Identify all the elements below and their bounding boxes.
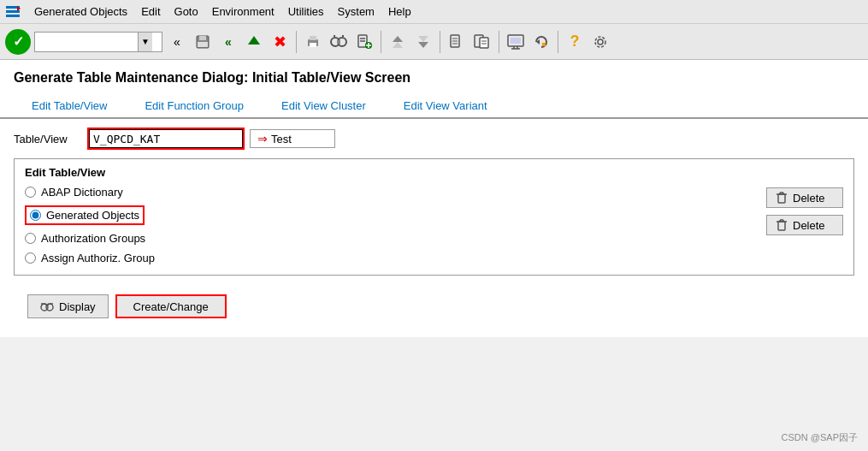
tab-bar: Edit Table/View Edit Function Group Edit…	[0, 92, 868, 119]
test-area: ⇒ Test	[250, 129, 335, 148]
svg-rect-2	[6, 15, 20, 17]
delete-label-1: Delete	[793, 192, 825, 205]
find-button[interactable]	[328, 31, 350, 53]
menu-item-utilities[interactable]: Utilities	[288, 5, 324, 18]
radio-authorization-groups[interactable]	[25, 233, 36, 244]
move-up-button[interactable]	[387, 31, 409, 53]
refresh-button[interactable]	[530, 31, 552, 53]
page-title: Generate Table Maintenance Dialog: Initi…	[0, 60, 868, 92]
form-area: Table/View ⇒ Test Edit Table/View ABAP D…	[0, 119, 868, 337]
page-plus-button[interactable]	[353, 31, 375, 53]
tab-edit-view-cluster[interactable]: Edit View Cluster	[263, 93, 384, 118]
separator-1	[296, 31, 297, 53]
tab-edit-table-view[interactable]: Edit Table/View	[14, 93, 125, 118]
svg-point-41	[598, 39, 603, 45]
bottom-buttons: Display Create/Change	[14, 286, 854, 327]
command-dropdown[interactable]: ▼	[34, 32, 162, 52]
menu-item-edit[interactable]: Edit	[141, 5, 160, 18]
svg-rect-5	[199, 36, 206, 40]
test-label: Test	[271, 133, 292, 145]
svg-marker-25	[418, 36, 428, 42]
radio-row-generated-objects: Generated Objects	[25, 205, 155, 225]
svg-rect-6	[198, 42, 208, 47]
trash-icon-1	[776, 191, 788, 205]
menu-item-help[interactable]: Help	[388, 5, 411, 18]
edit-section: Edit Table/View ABAP Dictionary Generate…	[14, 158, 854, 276]
field-label: Table/View	[14, 133, 82, 145]
table-view-row: Table/View ⇒ Test	[14, 129, 854, 148]
svg-point-42	[595, 37, 605, 47]
svg-rect-10	[310, 43, 316, 47]
menu-item-goto[interactable]: Goto	[174, 5, 198, 18]
radio-label-generated-objects: Generated Objects	[46, 209, 139, 222]
app-icon	[5, 4, 21, 20]
svg-rect-31	[480, 38, 488, 48]
menu-item-environment[interactable]: Environment	[212, 5, 275, 18]
help-button[interactable]: ?	[564, 31, 586, 53]
doc2-button[interactable]	[471, 31, 493, 53]
svg-rect-35	[511, 38, 521, 44]
radio-row-assign-auth-group: Assign Authoriz. Group	[25, 252, 155, 264]
back-button[interactable]: «	[166, 31, 188, 53]
separator-2	[381, 31, 381, 53]
radio-generated-objects[interactable]	[30, 210, 41, 221]
display-button[interactable]: Display	[27, 294, 109, 318]
svg-marker-23	[393, 42, 403, 48]
monitor-button[interactable]	[505, 31, 527, 53]
create-change-button[interactable]: Create/Change	[115, 294, 227, 318]
svg-marker-22	[393, 36, 403, 42]
up-green-button[interactable]	[243, 31, 265, 53]
radio-label-abap-dictionary: ABAP Dictionary	[41, 186, 123, 199]
delete-button-1[interactable]: Delete	[766, 187, 843, 208]
delete-button-2[interactable]: Delete	[766, 215, 843, 235]
svg-rect-43	[778, 194, 785, 203]
svg-rect-48	[778, 222, 785, 230]
test-icon: ⇒	[257, 132, 268, 145]
separator-5	[558, 31, 558, 53]
radio-abap-dictionary[interactable]	[25, 187, 36, 198]
menu-bar: Generated Objects Edit Goto Environment …	[0, 0, 868, 24]
svg-marker-24	[418, 42, 428, 48]
radio-row-auth-groups: Authorization Groups	[25, 232, 155, 245]
table-view-input[interactable]	[89, 129, 243, 148]
edit-section-title: Edit Table/View	[25, 166, 843, 179]
main-content: Generate Table Maintenance Dialog: Initi…	[0, 60, 868, 337]
tab-edit-function-group[interactable]: Edit Function Group	[127, 93, 262, 118]
redo-button[interactable]: «	[217, 31, 239, 53]
svg-rect-9	[310, 36, 316, 40]
radio-row-abap: ABAP Dictionary	[25, 186, 155, 199]
radio-selected-box: Generated Objects	[25, 205, 145, 225]
svg-rect-40	[542, 43, 546, 46]
menu-item-system[interactable]: System	[338, 5, 375, 18]
command-input[interactable]	[35, 33, 138, 51]
glasses-icon	[40, 300, 54, 312]
separator-3	[440, 31, 440, 53]
separator-4	[499, 31, 499, 53]
radio-label-assign-auth-group: Assign Authoriz. Group	[41, 252, 155, 264]
delete-buttons-col: Delete Delete	[766, 186, 843, 268]
watermark: CSDN @SAP因子	[782, 431, 858, 444]
tab-edit-view-variant[interactable]: Edit View Variant	[386, 93, 505, 118]
trash-icon-2	[776, 218, 788, 232]
save-button[interactable]	[192, 31, 214, 53]
radio-label-authorization-groups: Authorization Groups	[41, 232, 145, 245]
display-label: Display	[59, 300, 96, 313]
radio-options: ABAP Dictionary Generated Objects Author…	[25, 186, 155, 268]
dropdown-arrow[interactable]: ▼	[138, 33, 152, 51]
radio-assign-auth-group[interactable]	[25, 252, 36, 264]
svg-rect-13	[337, 40, 340, 44]
print-button[interactable]	[302, 31, 324, 53]
menu-item-generated-objects[interactable]: Generated Objects	[34, 5, 127, 18]
check-button[interactable]: ✓	[5, 29, 31, 55]
settings-button[interactable]	[589, 31, 611, 53]
delete-label-2: Delete	[793, 219, 825, 232]
move-down-button[interactable]	[412, 31, 434, 53]
cancel-button[interactable]: ✖	[269, 31, 291, 53]
svg-marker-7	[248, 36, 260, 45]
toolbar: ✓ ▼ « « ✖	[0, 24, 868, 60]
doc1-button[interactable]	[446, 31, 468, 53]
section-content: ABAP Dictionary Generated Objects Author…	[25, 186, 843, 268]
